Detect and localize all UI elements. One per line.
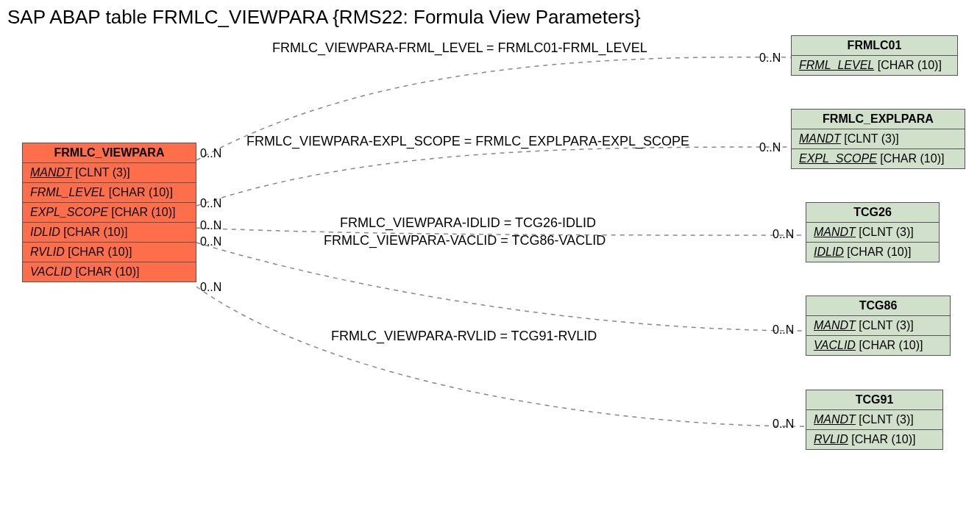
multiplicity-left: 0..N — [200, 219, 221, 232]
entity-header: TCG26 — [806, 203, 939, 223]
field-row: MANDT [CLNT (3)] — [806, 316, 950, 336]
field-row: MANDT [CLNT (3)] — [806, 410, 942, 430]
field-row: FRML_LEVEL [CHAR (10)] — [23, 183, 196, 203]
multiplicity-right: 0..N — [773, 323, 794, 337]
entity-tcg26: TCG26 MANDT [CLNT (3)] IDLID [CHAR (10)] — [806, 202, 940, 262]
entity-tcg86: TCG86 MANDT [CLNT (3)] VACLID [CHAR (10)… — [806, 296, 951, 356]
field-row: RVLID [CHAR (10)] — [23, 243, 196, 262]
multiplicity-left: 0..N — [200, 197, 221, 210]
entity-header: TCG91 — [806, 390, 942, 410]
relation-label: FRMLC_VIEWPARA-IDLID = TCG26-IDLID — [340, 215, 596, 231]
field-row: IDLID [CHAR (10)] — [23, 223, 196, 243]
entity-header: FRMLC01 — [792, 36, 957, 56]
field-row: EXPL_SCOPE [CHAR (10)] — [792, 149, 965, 168]
multiplicity-right: 0..N — [759, 51, 781, 65]
entity-header: FRMLC_VIEWPARA — [23, 143, 196, 163]
field-row: EXPL_SCOPE [CHAR (10)] — [23, 203, 196, 223]
entity-frmlc01: FRMLC01 FRML_LEVEL [CHAR (10)] — [791, 35, 958, 76]
relation-label: FRMLC_VIEWPARA-FRML_LEVEL = FRMLC01-FRML… — [272, 40, 647, 56]
field-row: MANDT [CLNT (3)] — [23, 163, 196, 183]
relation-label: FRMLC_VIEWPARA-RVLID = TCG91-RVLID — [331, 329, 597, 344]
entity-frmlc-explpara: FRMLC_EXPLPARA MANDT [CLNT (3)] EXPL_SCO… — [791, 109, 965, 169]
field-row: MANDT [CLNT (3)] — [792, 129, 965, 149]
multiplicity-right: 0..N — [773, 418, 794, 431]
multiplicity-left: 0..N — [200, 281, 221, 294]
field-row: FRML_LEVEL [CHAR (10)] — [792, 56, 957, 75]
field-row: VACLID [CHAR (10)] — [806, 336, 950, 355]
relation-label: FRMLC_VIEWPARA-VACLID = TCG86-VACLID — [324, 233, 606, 248]
entity-tcg91: TCG91 MANDT [CLNT (3)] RVLID [CHAR (10)] — [806, 390, 943, 450]
field-row: IDLID [CHAR (10)] — [806, 243, 939, 262]
page-title: SAP ABAP table FRMLC_VIEWPARA {RMS22: Fo… — [7, 6, 641, 29]
multiplicity-right: 0..N — [773, 228, 794, 241]
field-row: MANDT [CLNT (3)] — [806, 223, 939, 243]
relation-label: FRMLC_VIEWPARA-EXPL_SCOPE = FRMLC_EXPLPA… — [246, 134, 689, 149]
entity-header: TCG86 — [806, 296, 950, 316]
field-row: RVLID [CHAR (10)] — [806, 430, 942, 449]
multiplicity-right: 0..N — [759, 141, 781, 154]
multiplicity-left: 0..N — [200, 235, 221, 248]
field-row: VACLID [CHAR (10)] — [23, 262, 196, 282]
entity-frmlc-viewpara: FRMLC_VIEWPARA MANDT [CLNT (3)] FRML_LEV… — [22, 143, 196, 282]
entity-header: FRMLC_EXPLPARA — [792, 110, 965, 129]
multiplicity-left: 0..N — [200, 147, 221, 160]
